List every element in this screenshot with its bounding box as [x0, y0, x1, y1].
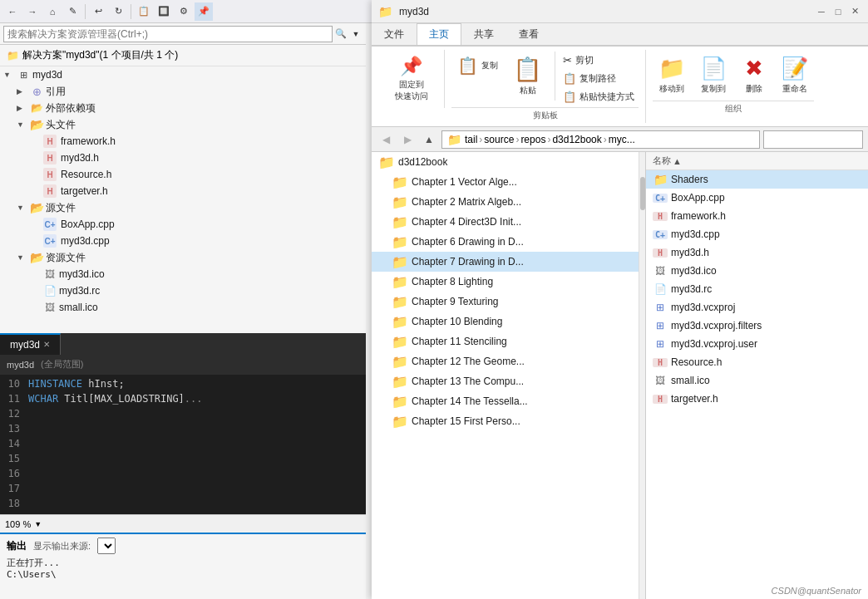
copy-ribbon-btn[interactable]: 📋 复制 — [451, 52, 504, 80]
search-button[interactable]: 🔍 — [333, 26, 349, 42]
file-item-shaders[interactable]: 📁 Shaders — [646, 170, 868, 189]
folder-item-ch7[interactable]: 📁 Chapter 7 Drawing in D... — [372, 252, 645, 272]
copy-to-icon: 📄 — [700, 56, 727, 81]
nav-back-btn[interactable]: ◀ — [377, 130, 395, 149]
tree-item-resource-h[interactable]: H Resource.h — [0, 166, 366, 183]
tree-item-headers[interactable]: ▼ 📂 头文件 — [0, 116, 366, 133]
tree-item-sources[interactable]: ▼ 📂 源文件 — [0, 199, 366, 216]
file-item-resource-h[interactable]: H Resource.h — [646, 353, 868, 371]
home-btn[interactable]: ⌂ — [43, 2, 62, 21]
pin-btn[interactable]: 📌 — [195, 2, 213, 21]
tree-arrow-sources: ▼ — [17, 204, 30, 212]
move-to-btn[interactable]: 📁 移动到 — [653, 52, 691, 99]
folder-item-ch8[interactable]: 📁 Chapter 8 Lighting — [372, 272, 645, 292]
search-input[interactable] — [3, 26, 333, 42]
folder-item-ch14[interactable]: 📁 Chapter 14 The Tessella... — [372, 391, 645, 411]
file-item-framework-h[interactable]: H framework.h — [646, 207, 868, 225]
copy-to-btn[interactable]: 📄 复制到 — [694, 52, 732, 99]
paste-ribbon-btn[interactable]: 📋 粘贴 — [507, 52, 548, 101]
tab-close[interactable]: ✕ — [43, 340, 50, 349]
address-path[interactable]: 📁 tail › source › repos › d3d12book › my… — [441, 130, 760, 149]
ico-icon-myd3d: 🖼 — [653, 265, 668, 277]
ribbon-tabs: 文件 主页 共享 查看 — [372, 23, 868, 47]
cut-btn[interactable]: ✂ 剪切 — [559, 52, 639, 69]
copy-btn[interactable]: 📋 — [135, 2, 153, 21]
folder-item-ch9[interactable]: 📁 Chapter 9 Texturing — [372, 292, 645, 312]
file-item-myd3d-h[interactable]: H myd3d.h — [646, 243, 868, 262]
maximize-btn[interactable]: □ — [831, 5, 845, 18]
file-name-myd3d-ico: myd3d.ico — [671, 265, 717, 277]
copy-path-btn[interactable]: 📋 复制路径 — [559, 70, 639, 87]
window-btn[interactable]: 🔲 — [155, 2, 173, 21]
folder-list[interactable]: 📁 d3d12book 📁 Chapter 1 Vector Alge... 📁… — [372, 152, 646, 599]
tree-item-myd3d-ico[interactable]: 🖼 myd3d.ico — [0, 266, 366, 282]
nav-forward-btn[interactable]: ▶ — [398, 130, 417, 149]
tree-item-targetver-h[interactable]: H targetver.h — [0, 183, 366, 199]
tree-item-myd3d-h[interactable]: H myd3d.h — [0, 150, 366, 166]
fe-search-input[interactable] — [763, 130, 863, 149]
tree-item-myd3d-cpp[interactable]: C+ myd3d.cpp — [0, 233, 366, 249]
file-item-small-ico[interactable]: 🖼 small.ico — [646, 371, 868, 390]
tab-file[interactable]: 文件 — [372, 23, 417, 45]
folder-item-ch1[interactable]: 📁 Chapter 1 Vector Alge... — [372, 172, 645, 192]
undo-btn[interactable]: ↩ — [89, 2, 107, 21]
folder-item-ch10[interactable]: 📁 Chapter 10 Blending — [372, 312, 645, 331]
back-btn[interactable]: ← — [3, 2, 22, 21]
tree-item-framework-h[interactable]: H framework.h — [0, 133, 366, 150]
file-item-myd3d-ico[interactable]: 🖼 myd3d.ico — [646, 262, 868, 280]
folder-item-ch15[interactable]: 📁 Chapter 15 First Perso... — [372, 411, 645, 431]
nav-up-btn[interactable]: ▲ — [420, 130, 438, 149]
sep-3: › — [547, 134, 550, 145]
tree-item-project[interactable]: ▼ ⊞ myd3d — [0, 66, 366, 83]
folder-name-d3d12book: d3d12book — [398, 156, 447, 168]
file-item-vcxproj-filters[interactable]: ⊞ myd3d.vcxproj.filters — [646, 317, 868, 335]
tree-item-refs[interactable]: ▶ ⊕ 引用 — [0, 83, 366, 100]
forward-btn[interactable]: → — [23, 2, 42, 21]
code-line-18 — [28, 496, 362, 511]
file-item-vcxproj[interactable]: ⊞ myd3d.vcxproj — [646, 298, 868, 317]
file-item-myd3d-cpp[interactable]: C+ myd3d.cpp — [646, 225, 868, 243]
file-item-vcxproj-user[interactable]: ⊞ myd3d.vcxproj.user — [646, 335, 868, 353]
pin-btn[interactable]: 📌 固定到 快速访问 — [389, 52, 434, 106]
tree-item-myd3d-rc[interactable]: 📄 myd3d.rc — [0, 282, 366, 299]
scrollbar-thumb[interactable] — [640, 177, 645, 210]
file-details[interactable]: 名称 ▲ 📁 Shaders C+ BoxApp.cpp H framework… — [646, 152, 868, 599]
zoom-dropdown[interactable]: ▼ — [34, 520, 42, 528]
tab-view[interactable]: 查看 — [506, 23, 551, 45]
tree-item-boxapp[interactable]: C+ BoxApp.cpp — [0, 216, 366, 233]
edit-btn[interactable]: ✎ — [63, 2, 81, 21]
minimize-btn[interactable]: ─ — [815, 5, 828, 18]
folder-scrollbar[interactable] — [639, 152, 645, 599]
tab-share[interactable]: 共享 — [461, 23, 506, 45]
delete-btn[interactable]: ✖ 删除 — [736, 52, 772, 99]
folder-item-ch4[interactable]: 📁 Chapter 4 Direct3D Init... — [372, 212, 645, 232]
folder-item-ch11[interactable]: 📁 Chapter 11 Stenciling — [372, 331, 645, 351]
folder-item-ch2[interactable]: 📁 Chapter 2 Matrix Algeb... — [372, 192, 645, 212]
tree-container[interactable]: ▼ ⊞ myd3d ▶ ⊕ 引用 ▶ 📂 外部依赖项 — [0, 66, 366, 333]
settings-btn[interactable]: ⚙ — [175, 2, 193, 21]
tree-item-small-ico[interactable]: 🖼 small.ico — [0, 299, 366, 316]
folder-item-ch13[interactable]: 📁 Chapter 13 The Compu... — [372, 371, 645, 391]
close-btn[interactable]: ✕ — [848, 5, 861, 18]
file-item-myd3d-rc[interactable]: 📄 myd3d.rc — [646, 280, 868, 298]
code-editor[interactable]: 10 11 12 13 14 15 16 17 18 19 20 21 22 2… — [0, 375, 366, 515]
folder-icon-d3d12book: 📁 — [378, 155, 395, 170]
output-source-select[interactable] — [97, 538, 116, 554]
editor-tab[interactable]: myd3d ✕ — [0, 333, 61, 355]
tree-item-deps[interactable]: ▶ 📂 外部依赖项 — [0, 100, 366, 116]
code-line-14 — [28, 436, 362, 451]
vcxproj-icon: ⊞ — [653, 302, 668, 313]
folder-item-ch6[interactable]: 📁 Chapter 6 Drawing in D... — [372, 232, 645, 252]
folder-item-ch12[interactable]: 📁 Chapter 12 The Geome... — [372, 351, 645, 371]
ribbon-buttons-pin: 📌 固定到 快速访问 — [389, 52, 434, 106]
folder-item-d3d12book[interactable]: 📁 d3d12book — [372, 152, 645, 172]
rename-btn[interactable]: 📝 重命名 — [776, 52, 814, 99]
file-item-targetver-h[interactable]: H targetver.h — [646, 390, 868, 408]
tree-item-resources[interactable]: ▼ 📂 资源文件 — [0, 249, 366, 266]
file-item-boxapp-cpp[interactable]: C+ BoxApp.cpp — [646, 189, 868, 207]
tab-home[interactable]: 主页 — [417, 23, 461, 45]
paste-shortcut-btn[interactable]: 📋 粘贴快捷方式 — [559, 88, 639, 106]
redo-btn[interactable]: ↻ — [109, 2, 127, 21]
dropdown-btn[interactable]: ▼ — [349, 25, 362, 43]
deps-icon: 📂 — [30, 101, 43, 115]
